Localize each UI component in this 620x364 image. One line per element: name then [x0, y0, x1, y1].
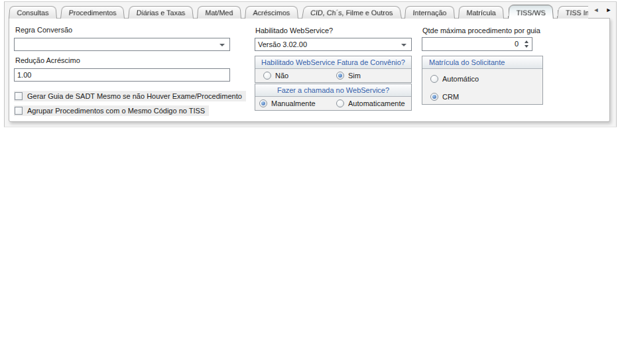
chamada-webservice-body: Manualmente Automaticamente: [255, 97, 411, 111]
ws-fatura-convenio-body: Não Sim: [255, 69, 411, 83]
tab-procedimentos[interactable]: Procedimentos: [60, 6, 125, 19]
tab-diarias-e-taxas[interactable]: Diárias e Taxas: [128, 6, 194, 19]
tab-label: Procedimentos: [68, 9, 117, 16]
tab-scroll-left-button[interactable]: ◄: [591, 5, 601, 15]
radio-option-sim[interactable]: Sim: [336, 72, 361, 80]
radio-label: Automaticamente: [348, 99, 405, 107]
radio-option-automatico[interactable]: Automático: [430, 75, 479, 83]
ws-fatura-convenio-title: Habilitado WebService Fatura de Convênio…: [255, 56, 411, 69]
radio-label: Automático: [442, 75, 479, 83]
dropdown-arrow-icon: [219, 44, 225, 46]
habilitado-webservice-dropdown[interactable]: Versão 3.02.00: [255, 38, 412, 51]
chamada-webservice-title: Fazer a chamada no WebService?: [255, 84, 411, 97]
chamada-webservice-group: Fazer a chamada no WebService? Manualmen…: [255, 84, 412, 111]
matricula-solicitante-body: Automático CRM: [422, 69, 542, 105]
tab-label: CID, Ch´s, Filme e Outros: [310, 9, 393, 16]
checkbox-label: Agrupar Procedimentos com o Mesmo Código…: [27, 107, 205, 115]
tiss-ws-tab-page: Regra Conversão Redução Acréscimo Gerar …: [9, 18, 610, 122]
tab-strip: Consultas Procedimentos Diárias e Taxas …: [9, 3, 588, 19]
checkbox-agrupar-procedimentos[interactable]: Agrupar Procedimentos com o Mesmo Código…: [14, 105, 209, 116]
tab-tiss-ws[interactable]: TISS/WS: [508, 5, 554, 19]
tab-label: Acréscimos: [253, 9, 290, 16]
app-window: Consultas Procedimentos Diárias e Taxas …: [0, 0, 620, 364]
tab-label: Diárias e Taxas: [137, 9, 186, 16]
matricula-solicitante-title: Matrícula do Solicitante: [422, 56, 542, 69]
spin-up-icon: [525, 40, 528, 43]
tab-label: Matrícula: [467, 9, 497, 16]
tab-label: Mat/Med: [205, 9, 233, 16]
regra-conversao-dropdown[interactable]: [14, 38, 230, 51]
radio-icon: [430, 75, 438, 83]
radio-option-manualmente[interactable]: Manualmente: [259, 99, 316, 107]
regra-conversao-label: Regra Conversão: [15, 26, 72, 34]
radio-icon: [336, 99, 344, 107]
tab-cid-chs-filme-outros[interactable]: CID, Ch´s, Filme e Outros: [302, 6, 402, 19]
ws-fatura-convenio-group: Habilitado WebService Fatura de Convênio…: [255, 56, 412, 83]
checkbox-icon: [15, 107, 23, 115]
checkbox-gerar-guia-sadt[interactable]: Gerar Guia de SADT Mesmo se não Houver E…: [14, 91, 246, 101]
checkbox-label: Gerar Guia de SADT Mesmo se não Houver E…: [27, 92, 242, 100]
scroll-right-icon: ►: [606, 7, 612, 13]
radio-option-crm[interactable]: CRM: [430, 93, 459, 101]
habilitado-webservice-value: Versão 3.02.00: [258, 40, 307, 48]
qtde-maxima-label: Qtde máxima procedimento por guia: [422, 27, 540, 34]
radio-label: Sim: [348, 72, 361, 80]
tab-label: Internação: [413, 9, 448, 16]
reducao-acrescimo-input[interactable]: [14, 68, 230, 82]
radio-label: Manualmente: [271, 99, 316, 107]
tab-label: TISS Impressão: [565, 9, 588, 16]
radio-label: Não: [275, 72, 288, 80]
spin-up-button[interactable]: [522, 40, 530, 44]
dropdown-arrow-icon: [401, 44, 406, 46]
tab-label: Consultas: [17, 9, 49, 16]
radio-label: CRM: [442, 93, 459, 101]
scroll-left-icon: ◄: [593, 7, 599, 13]
spin-down-button[interactable]: [522, 44, 530, 48]
tab-matricula[interactable]: Matrícula: [458, 6, 504, 19]
radio-icon: [259, 99, 267, 107]
matricula-solicitante-group: Matrícula do Solicitante Automático CRM: [422, 56, 543, 105]
tab-internacao[interactable]: Internação: [404, 6, 455, 19]
reducao-acrescimo-label: Redução Acréscimo: [15, 56, 80, 64]
tab-mat-med[interactable]: Mat/Med: [197, 6, 241, 19]
qtde-maxima-spinner[interactable]: 0: [422, 37, 532, 51]
checkbox-icon: [15, 92, 23, 100]
tab-consultas[interactable]: Consultas: [9, 6, 57, 19]
radio-icon: [430, 93, 438, 101]
radio-option-nao[interactable]: Não: [263, 72, 288, 80]
tab-label: TISS/WS: [516, 9, 546, 16]
tab-tiss-impressao[interactable]: TISS Impressão: [557, 6, 588, 19]
radio-option-automaticamente[interactable]: Automaticamente: [336, 99, 405, 107]
spin-down-icon: [525, 45, 528, 48]
spinner-buttons: [522, 38, 530, 50]
qtde-maxima-value: 0: [515, 40, 519, 48]
tab-scroll-right-button[interactable]: ►: [603, 5, 614, 15]
radio-icon: [263, 72, 271, 80]
tab-acrescimos[interactable]: Acréscimos: [245, 6, 298, 19]
radio-icon: [336, 72, 344, 80]
habilitado-webservice-label: Habilitado WebService?: [255, 27, 333, 34]
